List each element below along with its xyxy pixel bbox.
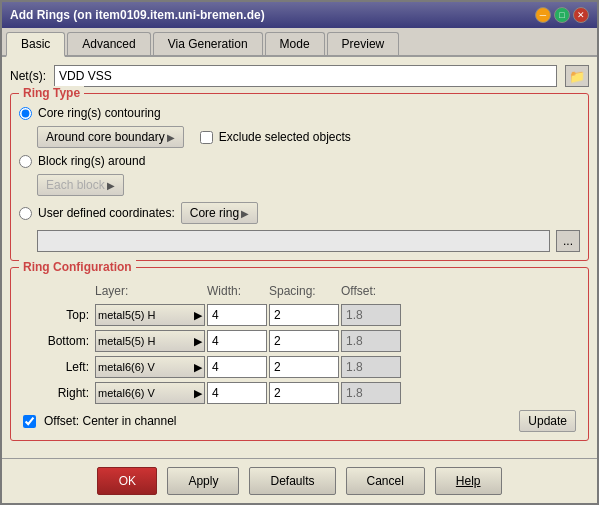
config-row-bottom: Bottom: metal5(5) H ▶ 4 2 1.8 [19, 328, 580, 354]
help-button[interactable]: Help [435, 467, 502, 495]
left-offset-value: 1.8 [341, 356, 401, 378]
ring-config-content: Layer: Width: Spacing: Offset: Top: meta… [19, 284, 580, 432]
net-input[interactable] [54, 65, 557, 87]
bottom-layer-select[interactable]: metal5(5) H ▶ [95, 330, 205, 352]
path-browse-button[interactable]: ... [556, 230, 580, 252]
maximize-button[interactable]: □ [554, 7, 570, 23]
top-layer-value: metal5(5) H [98, 309, 155, 321]
each-block-arrow: ▶ [107, 180, 115, 191]
around-core-arrow: ▶ [167, 132, 175, 143]
tab-basic[interactable]: Basic [6, 32, 65, 57]
tab-via-generation[interactable]: Via Generation [153, 32, 263, 55]
right-spacing-value[interactable]: 2 [269, 382, 339, 404]
exclude-row: Exclude selected objects [200, 130, 351, 144]
top-layer-arrow: ▶ [194, 309, 202, 322]
left-spacing-value[interactable]: 2 [269, 356, 339, 378]
net-row: Net(s): 📁 [10, 65, 589, 87]
tab-mode[interactable]: Mode [265, 32, 325, 55]
config-row-top: Top: metal5(5) H ▶ 4 2 1.8 [19, 302, 580, 328]
left-layer-value: metal6(6) V [98, 361, 155, 373]
right-offset-value: 1.8 [341, 382, 401, 404]
config-header: Layer: Width: Spacing: Offset: [19, 284, 580, 298]
config-row-right: Right: metal6(6) V ▶ 4 2 1.8 [19, 380, 580, 406]
help-label: Help [456, 474, 481, 488]
user-defined-label: User defined coordinates: [38, 206, 175, 220]
bottom-offset-value: 1.8 [341, 330, 401, 352]
tab-bar: Basic Advanced Via Generation Mode Previ… [2, 28, 597, 57]
defaults-button[interactable]: Defaults [249, 467, 335, 495]
browse-icon: ... [563, 234, 573, 248]
left-layer-select[interactable]: metal6(6) V ▶ [95, 356, 205, 378]
ring-config-group: Ring Configuration Layer: Width: Spacing… [10, 267, 589, 441]
exclude-label: Exclude selected objects [219, 130, 351, 144]
core-ring-row: Core ring(s) contouring [19, 106, 580, 120]
ok-button[interactable]: OK [97, 467, 157, 495]
core-ring-arrow: ▶ [241, 208, 249, 219]
header-spacing: Spacing: [269, 284, 339, 298]
core-ring-label: Core ring(s) contouring [38, 106, 161, 120]
config-row-left: Left: metal6(6) V ▶ 4 2 1.8 [19, 354, 580, 380]
top-offset-value: 1.8 [341, 304, 401, 326]
core-ring-button[interactable]: Core ring ▶ [181, 202, 258, 224]
bottom-width-value[interactable]: 4 [207, 330, 267, 352]
top-width-value[interactable]: 4 [207, 304, 267, 326]
left-label: Left: [23, 360, 93, 374]
tab-preview[interactable]: Preview [327, 32, 400, 55]
right-layer-arrow: ▶ [194, 387, 202, 400]
minimize-button[interactable]: ─ [535, 7, 551, 23]
ring-config-label: Ring Configuration [19, 260, 136, 274]
top-spacing-value[interactable]: 2 [269, 304, 339, 326]
exclude-checkbox[interactable] [200, 131, 213, 144]
tab-advanced[interactable]: Advanced [67, 32, 150, 55]
offset-checkbox[interactable] [23, 415, 36, 428]
block-ring-row: Block ring(s) around [19, 154, 580, 168]
bottom-spacing-value[interactable]: 2 [269, 330, 339, 352]
main-content: Net(s): 📁 Ring Type Core ring(s) contour… [2, 57, 597, 458]
top-layer-select[interactable]: metal5(5) H ▶ [95, 304, 205, 326]
ring-type-content: Core ring(s) contouring Around core boun… [19, 106, 580, 252]
offset-label: Offset: Center in channel [44, 414, 177, 428]
bottom-layer-value: metal5(5) H [98, 335, 155, 347]
window-controls: ─ □ ✕ [535, 7, 589, 23]
header-width: Width: [207, 284, 267, 298]
top-label: Top: [23, 308, 93, 322]
close-button[interactable]: ✕ [573, 7, 589, 23]
update-button[interactable]: Update [519, 410, 576, 432]
cancel-button[interactable]: Cancel [346, 467, 425, 495]
apply-button[interactable]: Apply [167, 467, 239, 495]
bottom-layer-arrow: ▶ [194, 335, 202, 348]
header-offset: Offset: [341, 284, 401, 298]
core-ring-radio[interactable] [19, 107, 32, 120]
ring-type-group: Ring Type Core ring(s) contouring Around… [10, 93, 589, 261]
left-width-value[interactable]: 4 [207, 356, 267, 378]
net-browse-button[interactable]: 📁 [565, 65, 589, 87]
title-bar: Add Rings (on item0109.item.uni-bremen.d… [2, 2, 597, 28]
around-core-button[interactable]: Around core boundary ▶ [37, 126, 184, 148]
block-ring-radio[interactable] [19, 155, 32, 168]
right-width-value[interactable]: 4 [207, 382, 267, 404]
user-defined-row: User defined coordinates: Core ring ▶ [19, 202, 580, 224]
main-window: Add Rings (on item0109.item.uni-bremen.d… [0, 0, 599, 505]
header-layer: Layer: [95, 284, 205, 298]
right-layer-select[interactable]: metal6(6) V ▶ [95, 382, 205, 404]
path-row: ... [37, 230, 580, 252]
offset-row: Offset: Center in channel Update [19, 406, 580, 432]
right-layer-value: metal6(6) V [98, 387, 155, 399]
right-label: Right: [23, 386, 93, 400]
footer: OK Apply Defaults Cancel Help [2, 458, 597, 503]
window-title: Add Rings (on item0109.item.uni-bremen.d… [10, 8, 265, 22]
each-block-button[interactable]: Each block ▶ [37, 174, 124, 196]
net-label: Net(s): [10, 69, 46, 83]
ring-type-label: Ring Type [19, 86, 84, 100]
left-layer-arrow: ▶ [194, 361, 202, 374]
user-defined-radio[interactable] [19, 207, 32, 220]
bottom-label: Bottom: [23, 334, 93, 348]
path-input[interactable] [37, 230, 550, 252]
block-ring-label: Block ring(s) around [38, 154, 145, 168]
